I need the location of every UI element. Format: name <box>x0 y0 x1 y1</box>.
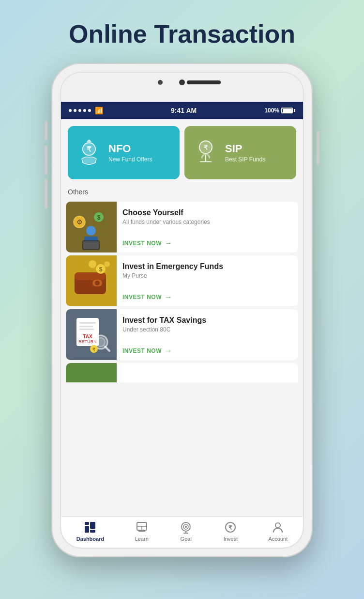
list-item[interactable]: $ Invest in Emergency Funds My Purse <box>66 255 298 306</box>
svg-point-20 <box>89 260 96 268</box>
svg-rect-38 <box>90 522 95 529</box>
front-camera <box>158 80 163 85</box>
svg-point-21 <box>104 261 110 267</box>
signal-dot-4 <box>83 109 86 112</box>
sip-subtitle: Best SIP Funds <box>225 156 265 163</box>
goal-icon <box>179 520 193 534</box>
nav-invest[interactable]: ₹ Invest <box>224 520 238 542</box>
invest-arrow-icon: → <box>165 347 173 355</box>
signal-dot-1 <box>69 109 72 112</box>
battery-icon <box>281 108 295 113</box>
battery-fill <box>283 109 292 113</box>
goal-label: Goal <box>181 536 192 542</box>
svg-point-32 <box>96 338 105 347</box>
choose-yourself-thumbnail: ⚙ $ <box>66 202 117 252</box>
battery-percentage: 100% <box>264 107 279 114</box>
status-time: 9:41 AM <box>171 107 197 114</box>
learn-label: Learn <box>135 536 149 542</box>
bottom-navigation: Dashboard Learn <box>61 516 303 548</box>
svg-rect-37 <box>85 526 89 533</box>
nfo-icon: ₹ <box>76 139 103 166</box>
signal-dot-2 <box>74 109 76 112</box>
account-label: Account <box>269 536 288 542</box>
list-item[interactable]: TAX RETURN ₹ Invest for TAX Savings <box>66 309 298 360</box>
partial-thumbnail <box>66 363 117 382</box>
phone-screen: 📶 9:41 AM 100% <box>60 72 304 549</box>
page-title: Online Transaction <box>69 19 295 48</box>
svg-text:⚙: ⚙ <box>76 218 83 226</box>
sip-title: SIP <box>225 142 265 155</box>
emergency-invest-button[interactable]: INVEST NOW → <box>122 293 292 301</box>
tax-title: Invest for TAX Savings <box>122 316 292 325</box>
svg-rect-36 <box>85 522 89 525</box>
tax-thumbnail: TAX RETURN ₹ <box>66 309 117 360</box>
svg-rect-27 <box>79 326 93 327</box>
invest-icon: ₹ <box>224 520 237 534</box>
nfo-subtitle: New Fund Offers <box>108 156 152 163</box>
svg-rect-39 <box>90 530 95 533</box>
choose-yourself-invest-button[interactable]: INVEST NOW → <box>122 239 292 248</box>
battery-tip <box>294 109 295 112</box>
phone-top-bezel <box>61 73 303 102</box>
tax-subtitle: Under section 80C <box>122 326 292 333</box>
svg-rect-26 <box>79 322 96 324</box>
svg-text:$: $ <box>97 214 101 221</box>
invest-arrow-icon: → <box>165 239 173 248</box>
emergency-thumbnail: $ <box>66 255 117 306</box>
screen-content: ₹ NFO New Fund Offers <box>61 119 303 382</box>
top-cards-row: ₹ NFO New Fund Offers <box>61 119 303 184</box>
svg-text:TAX: TAX <box>83 334 92 339</box>
camera-dot <box>179 79 185 85</box>
dashboard-label: Dashboard <box>76 536 104 542</box>
choose-yourself-title: Choose Yourself <box>122 208 292 217</box>
svg-text:₹: ₹ <box>87 145 91 153</box>
emergency-subtitle: My Purse <box>122 272 292 279</box>
partial-list-item <box>66 363 298 382</box>
svg-text:₹: ₹ <box>204 144 208 151</box>
sip-icon: ₹ <box>192 139 219 166</box>
svg-text:₹: ₹ <box>92 347 95 352</box>
svg-point-11 <box>86 226 96 236</box>
svg-point-23 <box>95 281 100 285</box>
volume-down-button <box>45 179 47 208</box>
dashboard-icon <box>83 520 97 534</box>
signal-dot-5 <box>88 109 91 112</box>
emergency-title: Invest in Emergency Funds <box>122 262 292 271</box>
wifi-icon: 📶 <box>95 107 103 114</box>
learn-icon <box>135 520 149 534</box>
nav-dashboard[interactable]: Dashboard <box>76 520 104 542</box>
svg-rect-14 <box>83 241 99 249</box>
svg-text:₹: ₹ <box>228 524 232 531</box>
svg-point-46 <box>185 526 187 528</box>
nav-goal[interactable]: Goal <box>179 520 193 542</box>
signal-indicator: 📶 <box>69 107 103 114</box>
others-section-label: Others <box>61 184 303 199</box>
status-bar: 📶 9:41 AM 100% <box>61 102 303 119</box>
list-item[interactable]: ⚙ $ Choose Yourself <box>66 202 298 252</box>
nfo-title: NFO <box>108 142 152 155</box>
battery-body <box>281 108 293 113</box>
choose-yourself-text: Choose Yourself All funds under various … <box>122 208 292 225</box>
nfo-text-group: NFO New Fund Offers <box>108 142 152 163</box>
nfo-card[interactable]: ₹ NFO New Fund Offers <box>68 126 180 179</box>
volume-up-button <box>45 145 47 174</box>
tax-invest-button[interactable]: INVEST NOW → <box>122 347 292 355</box>
tax-text: Invest for TAX Savings Under section 80C <box>122 316 292 333</box>
nav-account[interactable]: Account <box>269 520 288 542</box>
signal-dot-3 <box>78 109 81 112</box>
nav-learn[interactable]: Learn <box>135 520 149 542</box>
svg-rect-28 <box>79 329 94 330</box>
choose-yourself-subtitle: All funds under various categories <box>122 219 292 225</box>
invest-label: Invest <box>224 536 238 542</box>
account-icon <box>271 520 285 534</box>
sip-text-group: SIP Best SIP Funds <box>225 142 265 163</box>
phone-shell: 📶 9:41 AM 100% <box>51 63 313 557</box>
emergency-text: Invest in Emergency Funds My Purse <box>122 262 292 279</box>
sip-card[interactable]: ₹ SIP Best SIP Funds <box>184 126 296 179</box>
svg-text:$: $ <box>99 266 103 273</box>
tax-content: Invest for TAX Savings Under section 80C… <box>117 309 298 360</box>
battery-indicator: 100% <box>264 107 295 114</box>
invest-arrow-icon: → <box>165 293 173 301</box>
silent-switch <box>45 121 47 141</box>
power-button <box>317 131 319 165</box>
